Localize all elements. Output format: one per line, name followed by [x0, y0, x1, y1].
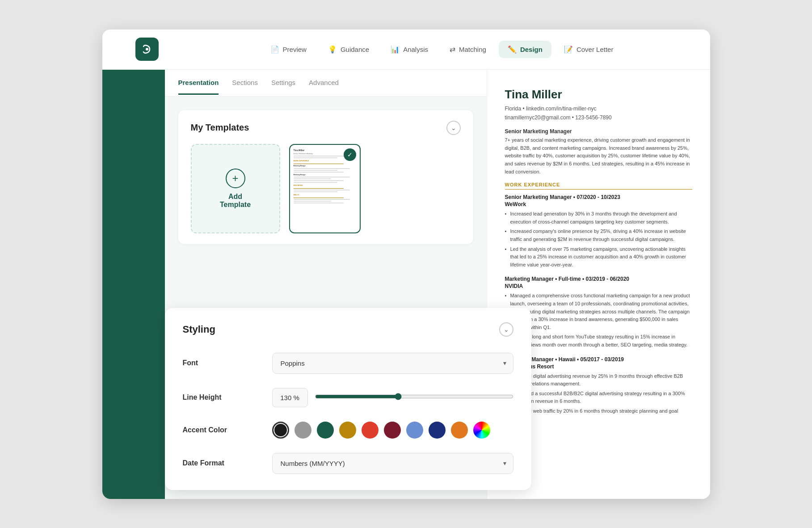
sub-nav: Presentation Sections Settings Advanced	[165, 70, 487, 97]
resume-job-3-bullet-2: Developed a successful B2B/B2C digital a…	[505, 390, 692, 406]
main-layout: Presentation Sections Settings Advanced …	[102, 70, 710, 499]
color-rainbow[interactable]	[473, 422, 490, 439]
color-blue-light[interactable]	[406, 422, 423, 439]
date-format-control: Numbers (MM/YYYY) Month Year Short Month…	[272, 453, 513, 474]
app-container: 📄 Preview 💡 Guidance 📊 Analysis ⇄ Matchi…	[102, 30, 710, 499]
add-template-label: Add Template	[220, 193, 251, 209]
tab-sections-label: Sections	[232, 79, 258, 86]
resume-job-3-bullet-1: Increased digital advertising revenue by…	[505, 372, 692, 388]
templates-grid: + Add Template ✓ Tina Miller Director, P…	[191, 144, 461, 233]
resume-contact-line1: Florida • linkedin.com/in/tina-miller-ny…	[505, 106, 597, 112]
nav-cover-letter[interactable]: 📝 Cover Letter	[555, 41, 623, 58]
main-nav: 📄 Preview 💡 Guidance 📊 Analysis ⇄ Matchi…	[187, 41, 697, 58]
line-height-row: Line Height 130 %	[183, 388, 513, 407]
styling-collapse-button[interactable]: ⌄	[499, 322, 513, 337]
resume-job-3-bullet-3: Increased web traffic by 20% in 6 months…	[505, 407, 692, 423]
tab-settings[interactable]: Settings	[271, 71, 295, 95]
color-gold[interactable]	[339, 422, 356, 439]
templates-section: My Templates ⌄ + Add Template ✓	[178, 110, 473, 244]
design-icon: ✏️	[508, 45, 517, 54]
nav-matching[interactable]: ⇄ Matching	[441, 41, 495, 58]
styling-title: Styling	[183, 324, 215, 335]
line-height-value: 130 %	[272, 388, 308, 407]
content-area: My Templates ⌄ + Add Template ✓	[165, 97, 487, 454]
color-red[interactable]	[362, 422, 379, 439]
nav-analysis[interactable]: 📊 Analysis	[382, 41, 437, 58]
resume-job-1-title: Senior Marketing Manager • 07/2020 - 10/…	[505, 194, 692, 200]
tab-sections[interactable]: Sections	[232, 71, 258, 95]
font-row: Font Poppins Roboto Open Sans Lato Monts…	[183, 353, 513, 374]
styling-card: Styling ⌄ Font Poppins Roboto	[165, 308, 531, 490]
color-black[interactable]	[272, 422, 289, 439]
logo-area	[116, 38, 178, 61]
resume-work-experience-title: WORK EXPERIENCE	[505, 182, 692, 190]
guidance-icon: 💡	[328, 45, 337, 54]
tab-settings-label: Settings	[271, 79, 295, 86]
nav-design[interactable]: ✏️ Design	[499, 41, 551, 58]
resume-job-1-bullet-2: Increased company's online presence by 2…	[505, 228, 692, 243]
top-nav: 📄 Preview 💡 Guidance 📊 Analysis ⇄ Matchi…	[102, 30, 710, 70]
nav-guidance[interactable]: 💡 Guidance	[319, 41, 378, 58]
color-orange[interactable]	[451, 422, 468, 439]
date-format-label: Date Format	[183, 459, 272, 467]
main-content: Presentation Sections Settings Advanced …	[165, 70, 487, 499]
nav-matching-label: Matching	[459, 46, 486, 53]
resume-job-1: Senior Marketing Manager • 07/2020 - 10/…	[505, 194, 692, 269]
add-template-icon: +	[226, 169, 245, 188]
date-format-row: Date Format Numbers (MM/YYYY) Month Year…	[183, 453, 513, 474]
line-height-label: Line Height	[183, 393, 272, 401]
line-height-slider-container	[315, 393, 513, 402]
chevron-down-icon-2: ⌄	[504, 326, 509, 333]
tab-presentation[interactable]: Presentation	[178, 71, 219, 95]
font-control: Poppins Roboto Open Sans Lato Montserrat…	[272, 353, 513, 374]
nav-preview[interactable]: 📄 Preview	[261, 41, 316, 58]
nav-design-label: Design	[520, 46, 543, 53]
analysis-icon: 📊	[391, 45, 400, 54]
resume-contact-1: Florida • linkedin.com/in/tina-miller-ny…	[505, 104, 692, 122]
color-navy[interactable]	[429, 422, 446, 439]
line-height-slider[interactable]	[315, 393, 513, 400]
resume-name: Tina Miller	[505, 88, 692, 101]
resume-job-2: Marketing Manager • Full-time • 03/2019 …	[505, 276, 692, 349]
resume-job-2-bullet-1: Managed a comprehensive cross functional…	[505, 292, 692, 331]
resume-job-1-bullet-3: Led the analysis of over 75 marketing ca…	[505, 245, 692, 269]
accent-color-label: Accent Color	[183, 426, 272, 434]
resume-job-1-company: WeWork	[505, 201, 692, 207]
resume-job-1-bullet-1: Increased lead generation by 30% in 3 mo…	[505, 210, 692, 226]
nav-guidance-label: Guidance	[341, 46, 369, 53]
resume-job-3: Marketing Manager • Hawaii • 05/2017 - 0…	[505, 356, 692, 423]
nav-preview-label: Preview	[283, 46, 307, 53]
chevron-down-icon: ⌄	[451, 124, 456, 131]
matching-icon: ⇄	[450, 45, 455, 54]
accent-color-control	[272, 422, 513, 439]
date-format-select[interactable]: Numbers (MM/YYYY) Month Year Short Month…	[272, 453, 513, 474]
nav-analysis-label: Analysis	[403, 46, 428, 53]
resume-summary-title: Senior Marketing Manager	[505, 128, 692, 135]
resume-job-3-company: White Lotus Resort	[505, 363, 692, 370]
resume-job-2-bullet-2: Improved long and short form YouTube str…	[505, 333, 692, 349]
templates-section-title: My Templates	[191, 122, 249, 133]
svg-point-1	[146, 48, 148, 51]
accent-colors-list	[272, 422, 513, 439]
line-height-inner: 130 %	[272, 388, 513, 407]
font-select-wrapper: Poppins Roboto Open Sans Lato Montserrat…	[272, 353, 513, 374]
add-template-card[interactable]: + Add Template	[191, 144, 280, 233]
template-selected-check: ✓	[344, 148, 356, 161]
resume-job-3-title: Marketing Manager • Hawaii • 05/2017 - 0…	[505, 356, 692, 363]
styling-header: Styling ⌄	[183, 322, 513, 337]
color-gray[interactable]	[295, 422, 311, 439]
resume-summary-text: 7+ years of social marketing experience,…	[505, 136, 692, 176]
color-teal[interactable]	[317, 422, 334, 439]
cover-letter-icon: 📝	[564, 45, 573, 54]
template-card-1[interactable]: ✓ Tina Miller Director, Performance Mark…	[289, 144, 361, 233]
font-select[interactable]: Poppins Roboto Open Sans Lato Montserrat	[272, 353, 513, 374]
tab-advanced[interactable]: Advanced	[309, 71, 339, 95]
resume-job-2-company: NVIDIA	[505, 283, 692, 289]
app-logo[interactable]	[135, 38, 159, 61]
templates-collapse-button[interactable]: ⌄	[446, 121, 461, 135]
tab-presentation-label: Presentation	[178, 79, 219, 86]
accent-color-row: Accent Color	[183, 422, 513, 439]
nav-cover-letter-label: Cover Letter	[576, 46, 614, 53]
date-format-select-wrapper: Numbers (MM/YYYY) Month Year Short Month…	[272, 453, 513, 474]
color-maroon[interactable]	[384, 422, 401, 439]
